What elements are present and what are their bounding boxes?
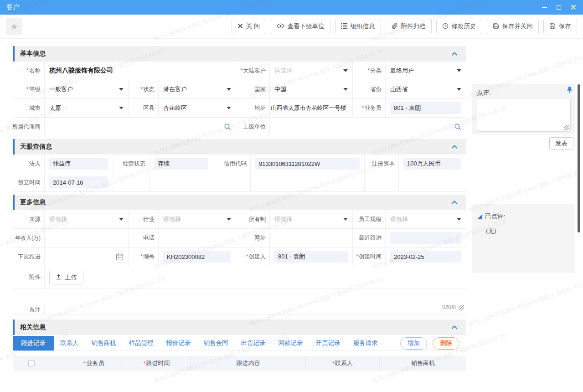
- triangle-icon[interactable]: [478, 215, 482, 219]
- clock-icon: [442, 23, 449, 31]
- org-info-button[interactable]: 组织信息: [335, 19, 381, 34]
- country-select[interactable]: 中国: [270, 80, 353, 98]
- save-close-button[interactable]: 保存并关闭: [487, 19, 539, 34]
- view-subordinate-button[interactable]: 查看下级单位: [271, 19, 330, 34]
- salesman-field[interactable]: 801 - 袁朗: [386, 99, 466, 117]
- close-window-icon[interactable]: [570, 4, 577, 10]
- reviewed-label: 已点评:: [485, 212, 505, 221]
- upload-button[interactable]: 上传: [49, 271, 83, 284]
- form-row: *等级 一般客户 *状态 潜在客户 国家 中国 省份 山西省: [13, 80, 466, 99]
- address-field[interactable]: 山西省太原市杏花岭区一号楼: [270, 99, 353, 117]
- add-button[interactable]: 增加: [400, 337, 427, 350]
- chevron-up-icon[interactable]: [451, 52, 458, 56]
- search-icon[interactable]: [224, 123, 231, 130]
- dropdown-arrow-icon: [227, 218, 231, 221]
- empty-header-cell: [50, 356, 65, 370]
- operating-status-field[interactable]: 存续: [150, 155, 213, 173]
- agent-field[interactable]: [45, 118, 236, 136]
- industry-label: 行业: [129, 210, 159, 228]
- credit-code-label: 信用代码: [213, 155, 251, 173]
- list-icon: [341, 23, 347, 30]
- maximize-icon[interactable]: [556, 4, 562, 10]
- attachment-archive-button[interactable]: 附件归档: [386, 19, 432, 34]
- form-row: 法人 张益伟 经营状态 存续 信用代码 91330106311281022W 注…: [13, 155, 466, 173]
- eye-icon: [277, 23, 284, 30]
- close-button[interactable]: 关 闭: [232, 19, 266, 34]
- website-field[interactable]: [270, 229, 353, 247]
- tab-payment-records[interactable]: 回款记录: [272, 336, 310, 351]
- dropdown-arrow-icon: [227, 88, 231, 91]
- tab-service-requests[interactable]: 服务请求: [347, 336, 384, 351]
- code-field[interactable]: KH202300082: [159, 248, 236, 266]
- upload-label: 上传: [65, 273, 77, 282]
- related-tabs: 跟进记录 联系人 销售商机 样品管理 报价记录 销售合同 出货记录 回款记录 开…: [13, 336, 466, 351]
- delete-button[interactable]: 删除: [433, 337, 459, 350]
- section-tianyancha-info: 天眼查信息: [13, 139, 466, 155]
- next-followup-field[interactable]: [45, 248, 129, 266]
- chevron-up-icon[interactable]: [451, 200, 458, 205]
- status-select[interactable]: 潜在客户: [159, 80, 236, 98]
- phone-field[interactable]: [159, 229, 236, 247]
- close-icon: [237, 23, 243, 30]
- city-select[interactable]: 太原: [45, 99, 129, 117]
- tab-sample-management[interactable]: 样品管理: [123, 336, 160, 351]
- legal-person-field[interactable]: 张益伟: [45, 155, 113, 173]
- founded-date-field[interactable]: 2014-07-16: [45, 173, 113, 191]
- chevron-up-icon[interactable]: [451, 144, 458, 149]
- tab-followup-records[interactable]: 跟进记录: [13, 336, 54, 351]
- section-title: 基本信息: [20, 50, 46, 58]
- save-button[interactable]: 保存: [543, 19, 577, 34]
- star-icon: ★: [10, 22, 18, 31]
- annual-income-field[interactable]: [45, 229, 129, 247]
- favorite-button[interactable]: ★: [6, 18, 22, 35]
- parent-unit-field[interactable]: [270, 118, 466, 136]
- tab-sales-contracts[interactable]: 销售合同: [197, 336, 235, 351]
- tab-sales-opportunities[interactable]: 销售商机: [85, 336, 123, 351]
- pin-icon[interactable]: [567, 86, 573, 95]
- source-select[interactable]: 请选择: [45, 210, 129, 228]
- ownership-label: 所有制: [236, 210, 270, 228]
- industry-select[interactable]: 请选择: [159, 210, 236, 228]
- select-all-checkbox[interactable]: [28, 360, 35, 366]
- credit-code-field[interactable]: 91330106311281022W: [251, 155, 365, 173]
- history-label: 修改历史: [452, 22, 476, 31]
- resize-handle-icon[interactable]: [564, 125, 569, 130]
- search-icon[interactable]: [454, 123, 461, 130]
- tab-invoice-records[interactable]: 开票记录: [310, 336, 347, 351]
- history-button[interactable]: 修改历史: [436, 19, 482, 34]
- remark-textarea[interactable]: 0/500: [45, 304, 466, 314]
- scrollbar-thumb[interactable]: [578, 84, 580, 232]
- province-select[interactable]: 山西省: [386, 80, 466, 98]
- tab-contacts[interactable]: 联系人: [54, 336, 85, 351]
- employee-scale-label: 员工规模: [353, 210, 386, 228]
- dropdown-arrow-icon: [457, 88, 461, 91]
- comment-textarea[interactable]: [477, 98, 571, 132]
- level-select[interactable]: 一般客户: [45, 80, 129, 98]
- save-icon: [493, 23, 499, 31]
- window-title: 客户: [6, 3, 19, 11]
- resize-handle-icon[interactable]: [459, 305, 464, 310]
- mainland-select[interactable]: 请选择: [270, 62, 353, 80]
- tab-quotation-records[interactable]: 报价记录: [160, 336, 197, 351]
- org-info-label: 组织信息: [351, 22, 375, 31]
- chevron-up-icon[interactable]: [451, 325, 458, 330]
- source-label: 来源: [13, 210, 45, 228]
- calendar-icon[interactable]: [116, 253, 124, 261]
- attachment-archive-label: 附件归档: [401, 22, 426, 31]
- tab-shipment-records[interactable]: 出货记录: [235, 336, 272, 351]
- creator-label: *创建人: [236, 248, 270, 266]
- employee-scale-select[interactable]: 请选择: [386, 210, 466, 228]
- dropdown-arrow-icon: [119, 218, 124, 221]
- registered-capital-field[interactable]: 100万人民币: [399, 155, 466, 173]
- district-select[interactable]: 杏花岭区: [159, 99, 236, 117]
- window-controls: [541, 4, 577, 10]
- creator-field[interactable]: 801 - 袁朗: [270, 248, 353, 266]
- name-field[interactable]: 杭州八骏服饰有限公司: [45, 62, 236, 80]
- empty-cell: [365, 173, 399, 191]
- category-select[interactable]: 最终用户: [386, 62, 466, 80]
- ownership-select[interactable]: 请选择: [270, 210, 353, 228]
- publish-button[interactable]: 发表: [549, 137, 573, 150]
- created-time-field[interactable]: 2023-02-25: [386, 248, 466, 266]
- minimize-icon[interactable]: [541, 4, 547, 10]
- form-row: 备注 0/500: [13, 289, 466, 315]
